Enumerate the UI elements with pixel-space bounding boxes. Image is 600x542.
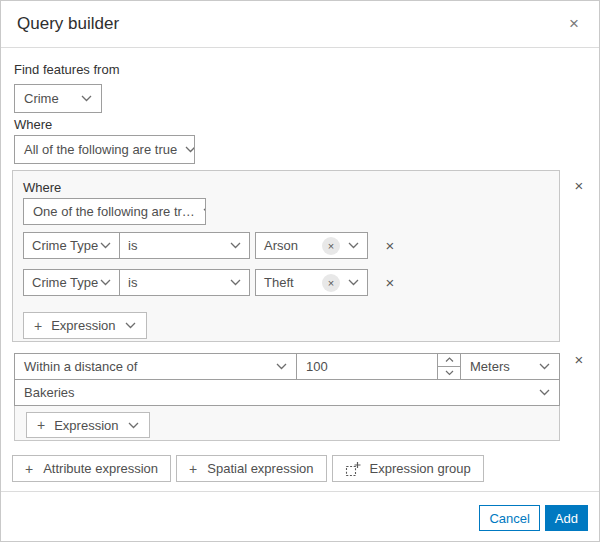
expression-group-button[interactable]: Expression group xyxy=(332,455,484,482)
operator-select[interactable]: is xyxy=(119,269,250,296)
chip-remove-icon[interactable]: × xyxy=(322,237,340,255)
chip-remove-icon[interactable]: × xyxy=(322,274,340,292)
chevron-down-icon xyxy=(100,279,111,286)
spatial-operator-value: Within a distance of xyxy=(24,359,137,374)
chevron-down-icon xyxy=(128,422,139,429)
plus-icon: + xyxy=(37,417,45,433)
dialog-title: Query builder xyxy=(17,14,119,34)
chevron-down-icon xyxy=(81,95,92,102)
close-icon[interactable]: × xyxy=(563,13,585,35)
distance-stepper xyxy=(437,353,461,380)
condition-row: Crime Type is Theft × × xyxy=(23,269,399,296)
condition-row: Crime Type is Arson × × xyxy=(23,232,399,259)
group-operator-value: One of the following are tr… xyxy=(33,204,195,219)
operator-select-value: is xyxy=(128,238,137,253)
layer-select-value: Crime xyxy=(24,91,59,106)
expression-group-icon xyxy=(345,461,361,477)
add-button[interactable]: Add xyxy=(545,505,588,531)
remove-group-icon[interactable]: × xyxy=(570,177,588,195)
chevron-down-icon xyxy=(348,242,359,249)
add-expression-button[interactable]: + Expression xyxy=(23,312,147,339)
query-builder-dialog: Query builder × Find features from Crime… xyxy=(0,0,600,542)
spatial-operator-select[interactable]: Within a distance of xyxy=(14,353,297,380)
unit-select[interactable]: Meters xyxy=(460,353,560,380)
target-layer-value: Bakeries xyxy=(24,385,75,400)
plus-icon: + xyxy=(34,318,42,334)
value-chip-label: Theft xyxy=(264,275,294,290)
nested-expression-group: Where One of the following are tr… Crime… xyxy=(12,170,560,342)
stepper-up-icon[interactable] xyxy=(438,354,460,367)
add-expression-label: Expression xyxy=(51,318,115,333)
attribute-expression-button[interactable]: + Attribute expression xyxy=(12,455,171,482)
value-select[interactable]: Arson × xyxy=(255,232,368,259)
value-chip-label: Arson xyxy=(264,238,298,253)
value-select[interactable]: Theft × xyxy=(255,269,368,296)
footer: Cancel Add xyxy=(479,505,588,531)
footer-divider xyxy=(1,491,599,492)
plus-icon: + xyxy=(25,461,33,477)
dialog-header: Query builder × xyxy=(1,1,599,48)
chevron-down-icon xyxy=(100,242,111,249)
target-layer-select[interactable]: Bakeries xyxy=(14,379,560,406)
distance-input-wrap xyxy=(296,353,438,380)
chevron-down-icon xyxy=(230,279,241,286)
chevron-down-icon xyxy=(276,363,287,370)
field-select-value: Crime Type xyxy=(32,238,98,253)
expression-group-label: Expression group xyxy=(370,461,471,476)
chevron-down-icon xyxy=(539,389,550,396)
chevron-down-icon xyxy=(539,363,550,370)
add-expression-button[interactable]: + Expression xyxy=(26,412,150,438)
group-operator-select[interactable]: One of the following are tr… xyxy=(23,198,206,225)
chevron-down-icon xyxy=(185,146,195,153)
spatial-expression-button[interactable]: + Spatial expression xyxy=(176,455,326,482)
chevron-down-icon xyxy=(348,279,359,286)
expression-actions: + Attribute expression + Spatial express… xyxy=(12,455,484,482)
unit-select-value: Meters xyxy=(470,359,510,374)
add-expression-label: Expression xyxy=(54,418,118,433)
field-select-value: Crime Type xyxy=(32,275,98,290)
spatial-expression-group: Within a distance of Meters Bakeries xyxy=(14,353,560,441)
stepper-down-icon[interactable] xyxy=(438,367,460,379)
distance-input[interactable] xyxy=(297,354,437,379)
remove-condition-icon[interactable]: × xyxy=(381,237,399,255)
chevron-down-icon xyxy=(203,208,206,215)
chevron-down-icon xyxy=(230,242,241,249)
remove-condition-icon[interactable]: × xyxy=(381,274,399,292)
attribute-expression-label: Attribute expression xyxy=(43,461,158,476)
group-where-label: Where xyxy=(23,180,61,195)
spatial-condition-row: Within a distance of Meters xyxy=(14,353,560,380)
remove-group-icon[interactable]: × xyxy=(570,351,588,369)
layer-select[interactable]: Crime xyxy=(14,84,102,113)
chevron-down-icon xyxy=(125,322,136,329)
find-features-from-label: Find features from xyxy=(14,62,120,77)
where-label: Where xyxy=(14,117,52,132)
field-select[interactable]: Crime Type xyxy=(23,269,120,296)
top-operator-select[interactable]: All of the following are true xyxy=(14,135,195,164)
cancel-button[interactable]: Cancel xyxy=(479,505,539,531)
operator-select-value: is xyxy=(128,275,137,290)
plus-icon: + xyxy=(189,461,197,477)
operator-select[interactable]: is xyxy=(119,232,250,259)
top-operator-value: All of the following are true xyxy=(24,142,177,157)
spatial-expression-label: Spatial expression xyxy=(207,461,313,476)
field-select[interactable]: Crime Type xyxy=(23,232,120,259)
